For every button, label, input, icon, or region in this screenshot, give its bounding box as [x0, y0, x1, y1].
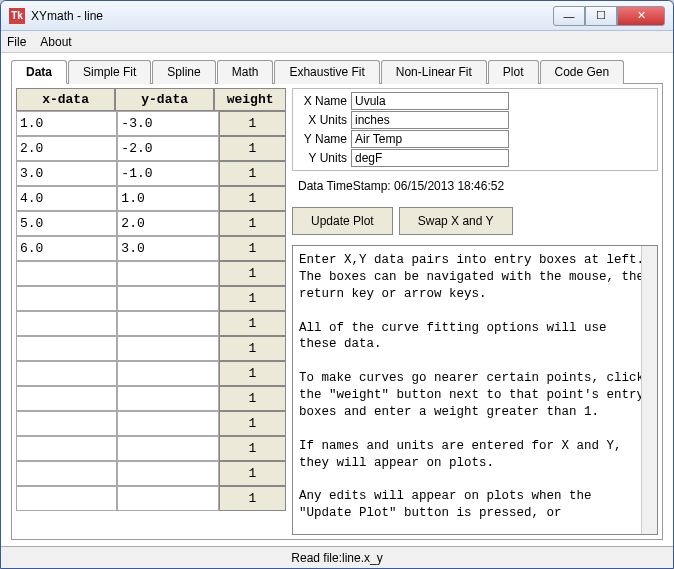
x-input[interactable] — [16, 161, 117, 186]
maximize-button[interactable]: ☐ — [585, 6, 617, 26]
y-input[interactable] — [117, 161, 218, 186]
x-input[interactable] — [16, 236, 117, 261]
weight-button[interactable]: 1 — [219, 261, 286, 286]
weight-button[interactable]: 1 — [219, 386, 286, 411]
y-input[interactable] — [117, 486, 218, 511]
x-input[interactable] — [16, 261, 117, 286]
yname-input[interactable] — [351, 130, 509, 148]
table-row: 1 — [16, 136, 286, 161]
app-icon: Tk — [9, 8, 25, 24]
table-row: 1 — [16, 361, 286, 386]
col-header-x: x-data — [16, 88, 115, 111]
tab-code-gen[interactable]: Code Gen — [540, 60, 625, 84]
weight-button[interactable]: 1 — [219, 461, 286, 486]
col-header-y: y-data — [115, 88, 214, 111]
weight-button[interactable]: 1 — [219, 286, 286, 311]
table-row: 1 — [16, 211, 286, 236]
weight-button[interactable]: 1 — [219, 111, 286, 136]
weight-button[interactable]: 1 — [219, 361, 286, 386]
weight-button[interactable]: 1 — [219, 311, 286, 336]
statusbar: Read file:line.x_y — [1, 546, 673, 568]
tab-non-linear-fit[interactable]: Non-Linear Fit — [381, 60, 487, 84]
xunits-label: X Units — [295, 113, 351, 127]
col-header-weight: weight — [214, 88, 286, 111]
x-input[interactable] — [16, 411, 117, 436]
y-input[interactable] — [117, 386, 218, 411]
tab-simple-fit[interactable]: Simple Fit — [68, 60, 151, 84]
scrollbar[interactable] — [641, 246, 657, 534]
menu-about[interactable]: About — [40, 35, 71, 49]
menubar: File About — [1, 31, 673, 53]
y-input[interactable] — [117, 211, 218, 236]
table-row: 1 — [16, 486, 286, 511]
y-input[interactable] — [117, 311, 218, 336]
y-input[interactable] — [117, 261, 218, 286]
table-row: 1 — [16, 186, 286, 211]
y-input[interactable] — [117, 286, 218, 311]
x-input[interactable] — [16, 311, 117, 336]
update-plot-button[interactable]: Update Plot — [292, 207, 393, 235]
minimize-button[interactable]: — — [553, 6, 585, 26]
yunits-label: Y Units — [295, 151, 351, 165]
tab-math[interactable]: Math — [217, 60, 274, 84]
yname-label: Y Name — [295, 132, 351, 146]
x-input[interactable] — [16, 211, 117, 236]
y-input[interactable] — [117, 411, 218, 436]
weight-button[interactable]: 1 — [219, 436, 286, 461]
help-text[interactable]: Enter X,Y data pairs into entry boxes at… — [292, 245, 658, 535]
yunits-input[interactable] — [351, 149, 509, 167]
table-row: 1 — [16, 461, 286, 486]
table-row: 1 — [16, 261, 286, 286]
x-input[interactable] — [16, 336, 117, 361]
table-row: 1 — [16, 286, 286, 311]
table-row: 1 — [16, 436, 286, 461]
app-window: Tk XYmath - line — ☐ ✕ File About DataSi… — [0, 0, 674, 569]
x-input[interactable] — [16, 461, 117, 486]
x-input[interactable] — [16, 111, 117, 136]
tabs: DataSimple FitSplineMathExhaustive FitNo… — [11, 59, 663, 84]
tab-data[interactable]: Data — [11, 60, 67, 84]
close-button[interactable]: ✕ — [617, 6, 665, 26]
weight-button[interactable]: 1 — [219, 211, 286, 236]
table-row: 1 — [16, 111, 286, 136]
weight-button[interactable]: 1 — [219, 136, 286, 161]
y-input[interactable] — [117, 461, 218, 486]
weight-button[interactable]: 1 — [219, 336, 286, 361]
axis-fields: X Name X Units Y Name Y Units — [292, 88, 658, 171]
x-input[interactable] — [16, 436, 117, 461]
y-input[interactable] — [117, 436, 218, 461]
x-input[interactable] — [16, 386, 117, 411]
x-input[interactable] — [16, 486, 117, 511]
tab-exhaustive-fit[interactable]: Exhaustive Fit — [274, 60, 379, 84]
y-input[interactable] — [117, 361, 218, 386]
x-input[interactable] — [16, 361, 117, 386]
xname-input[interactable] — [351, 92, 509, 110]
xunits-input[interactable] — [351, 111, 509, 129]
weight-button[interactable]: 1 — [219, 411, 286, 436]
swap-xy-button[interactable]: Swap X and Y — [399, 207, 513, 235]
right-panel: X Name X Units Y Name Y Units — [292, 88, 658, 535]
y-input[interactable] — [117, 336, 218, 361]
x-input[interactable] — [16, 286, 117, 311]
y-input[interactable] — [117, 111, 218, 136]
help-content: Enter X,Y data pairs into entry boxes at… — [299, 253, 652, 520]
tab-panel-data: x-data y-data weight 1111111111111111 X … — [11, 84, 663, 540]
tab-plot[interactable]: Plot — [488, 60, 539, 84]
y-input[interactable] — [117, 236, 218, 261]
titlebar: Tk XYmath - line — ☐ ✕ — [1, 1, 673, 31]
weight-button[interactable]: 1 — [219, 186, 286, 211]
weight-button[interactable]: 1 — [219, 236, 286, 261]
status-text: Read file:line.x_y — [291, 551, 382, 565]
weight-button[interactable]: 1 — [219, 161, 286, 186]
weight-button[interactable]: 1 — [219, 486, 286, 511]
x-input[interactable] — [16, 186, 117, 211]
grid-header-row: x-data y-data weight — [16, 88, 286, 111]
y-input[interactable] — [117, 136, 218, 161]
table-row: 1 — [16, 336, 286, 361]
y-input[interactable] — [117, 186, 218, 211]
tab-spline[interactable]: Spline — [152, 60, 215, 84]
x-input[interactable] — [16, 136, 117, 161]
table-row: 1 — [16, 411, 286, 436]
menu-file[interactable]: File — [7, 35, 26, 49]
content: DataSimple FitSplineMathExhaustive FitNo… — [1, 53, 673, 546]
